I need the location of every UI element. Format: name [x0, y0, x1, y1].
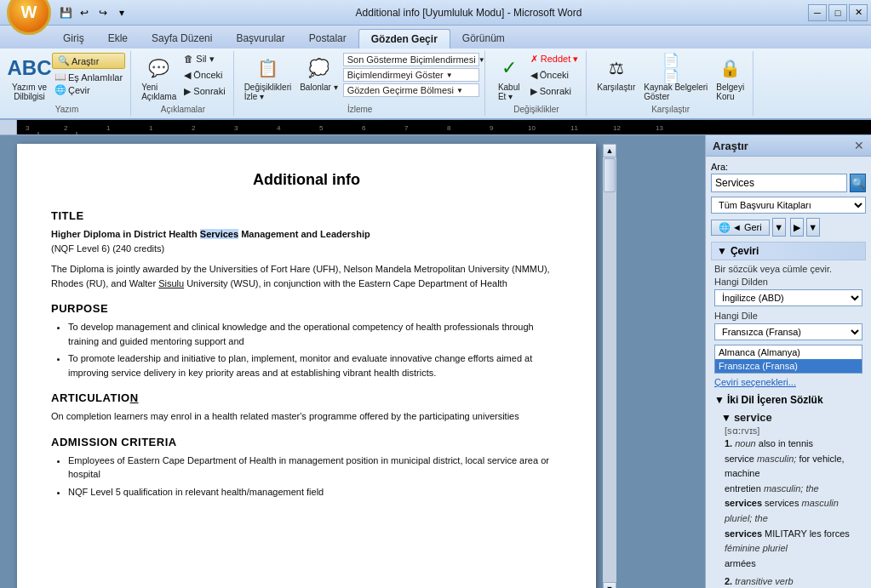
right-panel: Araştır ✕ Ara: 🔍 Tüm Başvuru Kitapları 🌐: [705, 135, 871, 588]
svg-text:8: 8: [447, 124, 451, 132]
document-page: Additional info TITLE Higher Diploma in …: [17, 144, 596, 588]
panel-close-btn[interactable]: ✕: [854, 139, 864, 152]
svg-text:4: 4: [277, 124, 281, 132]
entry-1-services-bold2: services: [725, 528, 762, 539]
entry-1-masc: masculin;: [757, 454, 796, 464]
karsilastir-btn[interactable]: ⚖ Karşılaştır: [593, 53, 639, 94]
yeni-aciklama-btn[interactable]: 💬 YeniAçıklama: [138, 53, 180, 103]
back-icon: 🌐: [719, 222, 731, 233]
group-yazim-items: ABC Yazım veDilbilgisi 🔍 Araştır 📖 Eş An…: [9, 53, 125, 103]
tab-postalar[interactable]: Postalar: [297, 29, 358, 49]
panel-title: Araştır: [713, 140, 748, 152]
reddet-btn[interactable]: ✗ Reddet ▾: [528, 53, 582, 66]
sil-btn[interactable]: 🗑 Sil ▾: [181, 53, 227, 66]
panel-header: Araştır ✕: [706, 135, 871, 157]
scroll-track[interactable]: [603, 157, 616, 582]
close-button[interactable]: ✕: [849, 4, 868, 21]
sonraki-aciklama-btn[interactable]: ▶ Sonraki: [181, 85, 227, 98]
yazim-sub-group: 🔍 Araştır 📖 Eş Anlamlılar 🌐 Çevir: [52, 53, 125, 96]
iki-dil-header[interactable]: ▼ İki Dil İçeren Sözlük: [711, 392, 866, 408]
iki-dil-content: ▼ service [sɑːrvɪs] 1. noun also in tenn…: [711, 408, 866, 588]
tab-gozden-gecir[interactable]: Gözden Geçir: [358, 29, 450, 49]
izleme-group-label: İzleme: [347, 103, 372, 114]
tab-sayfa-duzeni[interactable]: Sayfa Düzeni: [140, 29, 224, 49]
group-karsilastir: ⚖ Karşılaştır 📄📄 Kaynak BelgeleriGöster …: [588, 51, 754, 116]
document-title: Additional info: [51, 171, 562, 189]
title-bar: W 💾 ↩ ↪ ▾ Additional info [Uyumluluk Mod…: [0, 0, 871, 26]
lang-option-fransizca[interactable]: Fransızca (Fransa): [715, 359, 862, 373]
search-submit-btn[interactable]: 🔍: [850, 174, 866, 192]
son-gosterme-arrow: ▼: [478, 56, 485, 64]
izle-icon: 📋: [254, 54, 281, 82]
restore-button[interactable]: □: [828, 4, 847, 21]
admission-item-2: NQF Level 5 qualification in relevant he…: [68, 485, 562, 500]
yazim-btn[interactable]: ABC Yazım veDilbilgisi: [9, 53, 50, 103]
cevir-btn[interactable]: 🌐 Çevir: [52, 83, 125, 96]
back-btn[interactable]: 🌐 ◄ Geri: [711, 220, 770, 236]
scroll-down-btn[interactable]: ▼: [603, 582, 616, 588]
arastir-icon: 🔍: [58, 55, 70, 66]
undo-quick-btn[interactable]: ↩: [77, 5, 92, 20]
heading-articulation: ARTICULATION: [51, 391, 562, 404]
entry-1-num: 1.: [725, 438, 732, 448]
kabul-icon: ✓: [496, 54, 523, 82]
document-wrapper: Additional info TITLE Higher Diploma in …: [0, 135, 705, 588]
kabul-et-btn[interactable]: ✓ KabulEt ▾: [492, 53, 526, 103]
vertical-scrollbar[interactable]: ▲ ▼: [603, 144, 616, 588]
ceviri-section-header[interactable]: ▼ Çeviri: [711, 242, 866, 260]
office-button[interactable]: W: [7, 0, 51, 35]
save-quick-btn[interactable]: 💾: [58, 5, 73, 20]
son-gosterme-btn[interactable]: Son Gösterme Biçimlendirmesi ▼: [343, 53, 479, 66]
search-input[interactable]: [711, 174, 847, 192]
iki-dil-word-header[interactable]: ▼ service: [718, 409, 859, 425]
belgeyi-koru-btn[interactable]: 🔒 BelgeyiKoru: [713, 53, 748, 103]
kaynak-belge-btn[interactable]: 📄📄 Kaynak BelgeleriGöster: [640, 53, 711, 103]
onceki-aciklama-btn[interactable]: ◀ Önceki: [181, 69, 227, 82]
forward-arrow-btn[interactable]: ▶: [790, 218, 804, 237]
minimize-button[interactable]: ─: [808, 4, 827, 21]
redo-quick-btn[interactable]: ↪: [95, 5, 111, 20]
tab-gorunum[interactable]: Görünüm: [450, 29, 517, 49]
forward-arrow2-btn[interactable]: ▼: [806, 218, 820, 237]
gozden-arrow: ▼: [456, 87, 463, 94]
bicim-goster-btn[interactable]: Biçimlendirmeyi Göster ▼: [343, 68, 479, 82]
ceviri-secenekleri-link[interactable]: Çeviri seçenekleri...: [714, 377, 862, 387]
balonlar-btn[interactable]: 💭 Balonlar ▾: [296, 53, 341, 94]
es-label: Eş Anlamlılar: [68, 72, 123, 83]
tab-basvurular[interactable]: Başvurular: [224, 29, 296, 49]
ribbon-tabs: Giriş Ekle Sayfa Düzeni Başvurular Posta…: [0, 26, 871, 49]
arastir-btn[interactable]: 🔍 Araştır: [52, 53, 125, 69]
svg-text:2: 2: [64, 124, 68, 132]
group-aciklamalar: 💬 YeniAçıklama 🗑 Sil ▾ ◀ Önceki ▶ Sonrak…: [133, 51, 233, 116]
group-izleme: 📋 Değişiklikleriİzle ▾ 💭 Balonlar ▾ Son …: [236, 51, 485, 116]
tab-ekle[interactable]: Ekle: [96, 29, 140, 49]
to-lang-select[interactable]: Fransızca (Fransa): [714, 323, 862, 340]
kabul-label: KabulEt ▾: [498, 83, 520, 101]
scroll-thumb[interactable]: [604, 158, 616, 192]
group-degisiklikler-items: ✓ KabulEt ▾ ✗ Reddet ▾ ◀ Önceki ▶ Sonrak…: [492, 53, 582, 103]
gozden-gecir-bolme-btn[interactable]: Gözden Geçirme Bölmesi ▼: [343, 83, 479, 97]
svg-text:9: 9: [490, 124, 494, 132]
entry-1-type: noun: [735, 438, 755, 448]
degisiklik-nav: ✗ Reddet ▾ ◀ Önceki ▶ Sonraki: [528, 53, 582, 98]
degisiklikleri-izle-btn[interactable]: 📋 Değişiklikleriİzle ▾: [241, 53, 295, 103]
group-izleme-items: 📋 Değişiklikleriİzle ▾ 💭 Balonlar ▾ Son …: [241, 53, 479, 103]
lang-dropdown-list[interactable]: Almanca (Almanya) Fransızca (Fransa): [714, 345, 862, 374]
back-label: ◄ Geri: [732, 222, 762, 232]
reference-books-dropdown[interactable]: Tüm Başvuru Kitapları: [711, 197, 866, 214]
lang-option-almanca[interactable]: Almanca (Almanya): [715, 345, 862, 359]
services-highlight: Services: [200, 229, 238, 239]
horizontal-ruler: 3 2 1 1 2 3 4 5 6 7 8 9 10 11 12 13: [17, 120, 871, 135]
from-lang-select[interactable]: İngilizce (ABD): [714, 289, 862, 306]
tab-giris[interactable]: Giriş: [51, 29, 96, 49]
onceki-degisiklik-btn[interactable]: ◀ Önceki: [528, 69, 582, 82]
back-arrow-btn[interactable]: ▼: [772, 218, 786, 237]
scroll-up-btn[interactable]: ▲: [603, 144, 616, 157]
ruler-area: 3 2 1 1 2 3 4 5 6 7 8 9 10 11 12 13: [0, 120, 871, 135]
cevir-label: Çevir: [68, 85, 90, 95]
aciklama-nav: 🗑 Sil ▾ ◀ Önceki ▶ Sonraki: [181, 53, 227, 98]
es-anlamlilar-btn[interactable]: 📖 Eş Anlamlılar: [52, 71, 125, 83]
customize-quick-btn[interactable]: ▾: [114, 5, 129, 20]
sonraki-degisiklik-btn[interactable]: ▶ Sonraki: [528, 85, 582, 98]
ceviri-title: Çeviri: [731, 245, 759, 257]
